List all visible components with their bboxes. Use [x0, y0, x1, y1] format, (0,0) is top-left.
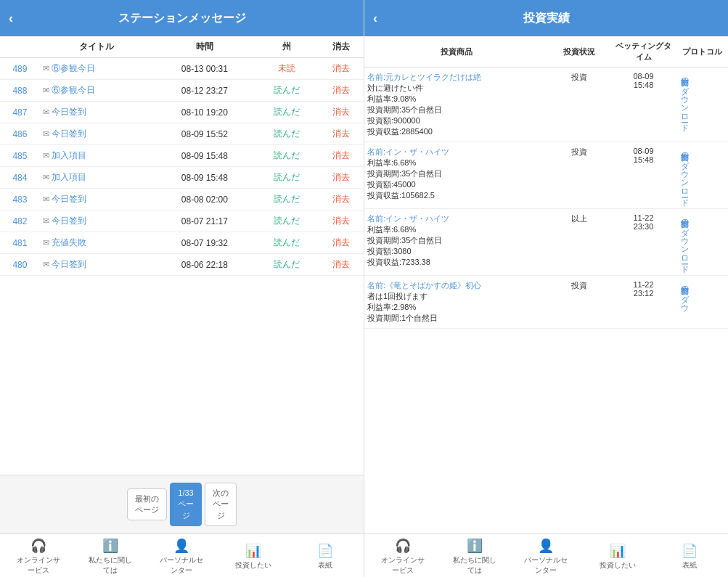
next-page-button[interactable]: 次のページ — [205, 483, 237, 526]
msg-status: 読んだ — [274, 237, 300, 247]
mail-icon: ✉ — [43, 129, 49, 139]
product-detail: 投資額:45000 — [367, 180, 416, 189]
msg-status: 読んだ — [274, 107, 300, 117]
first-page-button[interactable]: 最初のページ — [127, 488, 167, 521]
msg-title[interactable]: ✉ ⑥参観今日 — [43, 84, 151, 97]
msg-title[interactable]: ✉ 加入項目 — [43, 150, 151, 162]
table-row: 482 ✉ 今日签到 08-07 21:17 読んだ 消去 — [0, 210, 364, 232]
nav-online-service-right[interactable]: 🎧 オンラインサービス — [378, 538, 428, 576]
chart-icon: 📊 — [245, 543, 261, 559]
mail-icon: ✉ — [43, 238, 49, 247]
msg-status: 未読 — [278, 63, 295, 73]
product-name[interactable]: 名前:イン・ザ・ハイツ — [367, 147, 449, 156]
product-name[interactable]: 名前:元カレとツイラクだけは絶 — [367, 73, 481, 81]
msg-time: 08-10 19:20 — [153, 102, 255, 123]
delete-button[interactable]: 消去 — [332, 150, 350, 160]
col-id — [0, 36, 40, 58]
msg-title[interactable]: ✉ 今日签到 — [43, 258, 151, 271]
msg-time: 08-06 22:18 — [153, 254, 255, 276]
product-detail: 利益率:2.98% — [367, 303, 416, 311]
table-row: 484 ✉ 加入項目 08-09 15:48 読んだ 消去 — [0, 167, 364, 189]
investment-status: 投資 — [549, 67, 610, 142]
nav-label: 私たちに関しては — [453, 555, 496, 576]
delete-button[interactable]: 消去 — [332, 216, 350, 226]
person-icon: 👤 — [173, 538, 189, 554]
investment-product: 名前:イン・ザ・ハイツ利益率:6.68%投資期間:35个自然日投資額:3080投… — [364, 209, 549, 276]
delete-button[interactable]: 消去 — [332, 194, 350, 204]
delete-button[interactable]: 消去 — [332, 128, 350, 139]
right-title: 投資実績 — [523, 11, 570, 26]
delete-button[interactable]: 消去 — [332, 63, 350, 73]
nav-label: パーソナルセンター — [524, 555, 568, 576]
msg-id: 482 — [12, 216, 27, 226]
nav-home-right[interactable]: 📄 表紙 — [665, 543, 714, 570]
delete-button[interactable]: 消去 — [332, 85, 350, 95]
nav-personal-right[interactable]: 👤 パーソナルセンター — [521, 538, 570, 576]
msg-title[interactable]: ✉ 充値失敗 — [43, 237, 151, 249]
msg-title[interactable]: ✉ 今日签到 — [43, 106, 151, 118]
product-detail: 投資期間:35个自然日 — [367, 236, 442, 245]
info-icon: ℹ️ — [102, 538, 118, 554]
table-row: 名前:元カレとツイラクだけは絶対に避けたい件利益率:9.08%投資期間:35个自… — [364, 67, 728, 142]
msg-title[interactable]: ✉ 今日签到 — [43, 215, 151, 227]
left-back-button[interactable]: ‹ — [9, 11, 13, 26]
delete-button[interactable]: 消去 — [332, 259, 350, 269]
msg-id: 480 — [12, 260, 27, 270]
nav-invest-right[interactable]: 📊 投資したい — [593, 543, 642, 570]
msg-id: 489 — [12, 64, 27, 74]
nav-personal-left[interactable]: 👤 パーソナルセンター — [157, 538, 206, 576]
investment-table: 投資商品 投資状況 ベッティングタイム プロトコル 名前:元カレとツイラクだけは… — [364, 36, 728, 329]
col-title: タイトル — [40, 36, 154, 58]
msg-id: 481 — [12, 238, 27, 248]
product-detail: 利益率:6.68% — [367, 158, 416, 167]
investment-status: 投資 — [549, 142, 610, 209]
msg-id: 488 — [12, 86, 27, 96]
msg-title[interactable]: ✉ 今日签到 — [43, 193, 151, 205]
investment-status: 投資 — [549, 276, 610, 329]
nav-home-left[interactable]: 📄 表紙 — [300, 543, 350, 570]
investment-table-container: 投資商品 投資状況 ベッティングタイム プロトコル 名前:元カレとツイラクだけは… — [364, 36, 728, 533]
product-name[interactable]: 名前:イン・ザ・ハイツ — [367, 214, 449, 223]
msg-title[interactable]: ✉ ⑥参観今日 — [43, 62, 151, 75]
table-row: 483 ✉ 今日签到 08-08 02:00 読んだ 消去 — [0, 189, 364, 210]
msg-time: 08-13 00:31 — [153, 58, 255, 80]
msg-status: 読んだ — [274, 216, 300, 226]
msg-title[interactable]: ✉ 今日签到 — [43, 128, 151, 140]
nav-online-service-left[interactable]: 🎧 オンラインサービス — [14, 538, 63, 576]
delete-button[interactable]: 消去 — [332, 107, 350, 117]
protocol-download[interactable]: 契約書のダウンロード — [676, 142, 728, 209]
table-row: 485 ✉ 加入項目 08-09 15:48 読んだ 消去 — [0, 145, 364, 167]
investment-time: 08-0915:48 — [610, 142, 677, 209]
msg-time: 08-09 15:48 — [153, 145, 255, 167]
protocol-download[interactable]: 契約書のダウ — [676, 276, 728, 329]
delete-button[interactable]: 消去 — [332, 237, 350, 247]
protocol-download[interactable]: 契約書のダウンロード — [676, 209, 728, 276]
nav-label: 私たちに関しては — [89, 555, 132, 576]
table-row: 486 ✉ 今日签到 08-09 15:52 読んだ 消去 — [0, 123, 364, 145]
inv-col-product: 投資商品 — [364, 36, 549, 67]
nav-about-left[interactable]: ℹ️ 私たちに関しては — [86, 538, 135, 576]
product-detail: 投資期間:1个自然日 — [367, 314, 438, 322]
table-row: 名前:《竜とそばかすの姫》初心者は1回投げます利益率:2.98%投資期間:1个自… — [364, 276, 728, 329]
delete-button[interactable]: 消去 — [332, 172, 350, 182]
nav-label: パーソナルセンター — [160, 555, 203, 576]
msg-id: 484 — [12, 173, 27, 183]
message-table-container: タイトル 時間 州 消去 489 ✉ ⑥参観今日 08-13 00:31 未読 … — [0, 36, 364, 475]
right-header: ‹ 投資実績 — [364, 0, 728, 36]
mail-icon: ✉ — [43, 260, 49, 269]
msg-time: 08-09 15:52 — [153, 123, 255, 145]
right-back-button[interactable]: ‹ — [373, 11, 377, 26]
current-page-button[interactable]: 1/33ページ — [170, 483, 202, 526]
inv-col-status: 投資状況 — [549, 36, 610, 67]
protocol-download[interactable]: 契約書のダウンロード — [676, 67, 728, 142]
msg-status: 読んだ — [274, 194, 300, 204]
msg-title[interactable]: ✉ 加入項目 — [43, 171, 151, 184]
product-name[interactable]: 名前:《竜とそばかすの姫》初心 — [367, 281, 481, 290]
nav-about-right[interactable]: ℹ️ 私たちに関しては — [450, 538, 499, 576]
mail-icon: ✉ — [43, 151, 49, 160]
mail-icon: ✉ — [43, 107, 49, 117]
product-detail: 投資収益:105682.5 — [367, 191, 435, 200]
nav-label: 表紙 — [318, 560, 332, 570]
nav-invest-left[interactable]: 📊 投資したい — [229, 543, 278, 570]
inv-col-proto: プロトコル — [676, 36, 728, 67]
